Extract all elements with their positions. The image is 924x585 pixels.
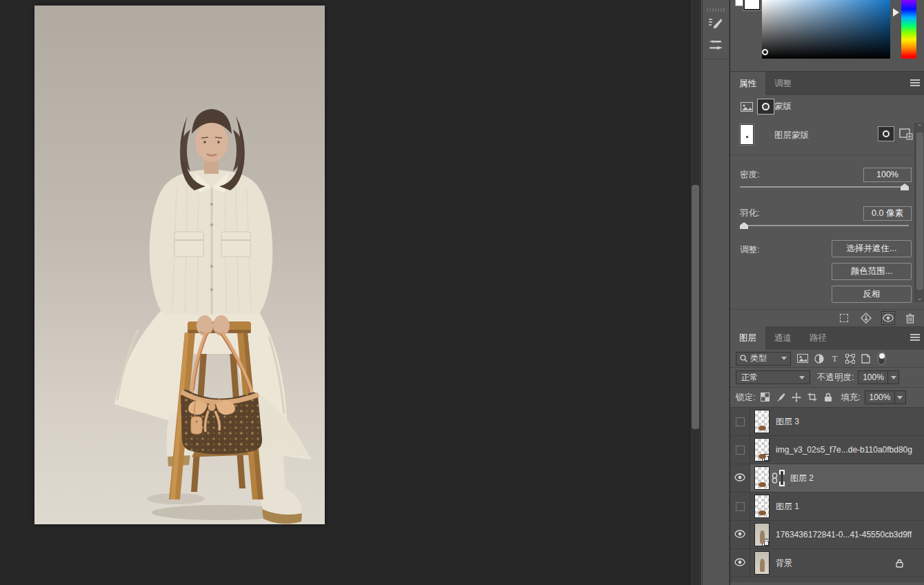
layer-list: 图层 3 img_v3_02s5_f7e...de-b110a0fbd80g — [730, 408, 924, 577]
scroll-down-icon[interactable]: ⌄ — [917, 295, 923, 301]
add-vector-mask-icon[interactable] — [898, 127, 914, 141]
layer-thumbnail[interactable] — [754, 466, 770, 490]
pixel-layer-icon[interactable] — [739, 100, 754, 114]
layer-thumbnail[interactable] — [754, 523, 770, 546]
layer-thumbnail[interactable] — [754, 495, 770, 518]
blend-mode-select[interactable]: 正常 — [736, 370, 810, 384]
tab-layers[interactable]: 图层 — [730, 326, 765, 350]
visibility-toggle[interactable] — [730, 464, 750, 492]
blend-mode-row: 正常 不透明度: 100% — [730, 368, 924, 388]
visibility-toggle[interactable] — [730, 521, 750, 548]
hue-strip[interactable] — [901, 0, 916, 59]
mask-link-icon[interactable] — [772, 473, 778, 484]
hue-slider-arrow[interactable] — [893, 8, 899, 17]
layer-name[interactable]: img_v3_02s5_f7e...de-b110a0fbd80g — [776, 445, 912, 455]
mask-mode-button[interactable] — [757, 99, 774, 115]
model-photo-illustration — [34, 6, 325, 524]
lock-transparent-pixels-icon[interactable] — [759, 393, 770, 402]
filter-smart-objects-icon[interactable] — [861, 354, 870, 364]
foreground-color-swatch[interactable] — [743, 0, 761, 10]
hidden-visibility-box — [736, 502, 745, 511]
layer-row[interactable]: 图层 2 — [730, 464, 924, 493]
properties-scrollbar[interactable]: ⌃ ⌄ — [914, 123, 924, 302]
layer-mask-thumbnail[interactable] — [740, 124, 754, 145]
density-slider-knob[interactable] — [901, 184, 909, 190]
density-slider[interactable] — [740, 184, 909, 190]
visibility-toggle[interactable] — [730, 493, 750, 520]
layer-thumbnail[interactable] — [754, 438, 770, 462]
mask-indicator-button[interactable] — [878, 126, 894, 141]
layer-row[interactable]: 图层 3 — [730, 408, 924, 436]
load-selection-icon[interactable] — [837, 311, 851, 325]
panel-menu-icon[interactable] — [910, 79, 920, 88]
mask-visibility-eye-icon[interactable] — [881, 311, 895, 325]
lock-label: 锁定: — [736, 392, 755, 404]
color-range-button[interactable]: 颜色范围... — [832, 263, 912, 280]
chevron-down-icon — [781, 357, 787, 360]
dock-grip[interactable] — [707, 8, 725, 12]
select-and-mask-button[interactable]: 选择并遮住... — [832, 240, 912, 257]
layer-name[interactable]: 图层 2 — [790, 473, 814, 484]
delete-mask-trash-icon[interactable] — [903, 311, 917, 325]
brushes-panel-icon[interactable] — [703, 35, 729, 56]
lock-artboard-icon[interactable] — [807, 393, 818, 402]
lock-image-pixels-icon[interactable] — [775, 393, 786, 402]
layer-name[interactable]: 图层 3 — [776, 416, 799, 428]
layer-thumbnail[interactable] — [754, 410, 770, 433]
mask-footer-bar — [730, 309, 924, 326]
opacity-dropdown-icon[interactable] — [888, 370, 899, 384]
feather-slider[interactable] — [740, 222, 909, 229]
fill-value[interactable]: 100% — [865, 390, 895, 404]
tab-properties[interactable]: 属性 — [730, 72, 765, 95]
brush-settings-panel-icon[interactable] — [703, 14, 729, 35]
visibility-toggle[interactable] — [730, 549, 750, 577]
canvas-pasteboard[interactable] — [0, 0, 690, 585]
search-icon — [740, 355, 747, 362]
document-image[interactable] — [34, 6, 325, 524]
layer-thumbnail[interactable] — [754, 551, 770, 575]
layer-mask-label: 图层蒙版 — [774, 130, 809, 141]
filter-adjustment-layers-icon[interactable] — [814, 354, 824, 364]
layer-name[interactable]: 背景 — [776, 557, 792, 569]
filter-toggle-switch[interactable] — [878, 352, 885, 365]
density-value[interactable]: 100% — [863, 168, 912, 182]
layer-name[interactable]: 1763436172841-0...41-45550cb3d9ff — [776, 530, 912, 539]
saturation-brightness-field[interactable] — [762, 0, 890, 59]
apply-mask-icon[interactable] — [859, 311, 873, 325]
layer-mask-thumbnail-selected[interactable] — [780, 470, 784, 486]
layer-row[interactable]: 图层 1 — [730, 493, 924, 521]
layer-row[interactable]: 1763436172841-0...41-45550cb3d9ff — [730, 521, 924, 549]
tab-channels[interactable]: 通道 — [765, 326, 801, 350]
properties-scrollbar-thumb[interactable] — [916, 132, 923, 290]
color-picker-ring[interactable] — [762, 49, 768, 55]
layer-row[interactable]: 背景 — [730, 549, 924, 577]
visibility-toggle[interactable] — [730, 436, 750, 464]
dock-divider — [703, 59, 729, 59]
fill-dropdown-icon[interactable] — [895, 390, 906, 404]
invert-button[interactable]: 反相 — [832, 286, 912, 303]
lock-position-icon[interactable] — [791, 393, 802, 402]
smart-object-badge-icon — [762, 454, 770, 462]
layer-name[interactable]: 图层 1 — [776, 501, 799, 513]
filter-text-layers-icon[interactable]: T — [830, 354, 839, 363]
fill-combo[interactable]: 100% — [865, 390, 906, 404]
scroll-up-icon[interactable]: ⌃ — [917, 124, 923, 130]
canvas-vertical-scrollbar[interactable] — [690, 0, 701, 585]
layer-row[interactable]: img_v3_02s5_f7e...de-b110a0fbd80g — [730, 436, 924, 464]
layers-panel-menu-icon[interactable] — [910, 334, 920, 342]
opacity-value[interactable]: 100% — [858, 370, 888, 384]
tab-adjustments[interactable]: 调整 — [765, 72, 801, 95]
filter-shape-layers-icon[interactable] — [845, 354, 855, 364]
layer-filter-row: 类型 T — [730, 350, 924, 368]
tab-paths[interactable]: 路径 — [801, 326, 836, 350]
lock-all-icon[interactable] — [823, 393, 834, 402]
feather-value[interactable]: 0.0 像素 — [863, 206, 912, 221]
filter-type-dropdown[interactable]: 类型 — [736, 352, 791, 366]
filter-pixel-layers-icon[interactable] — [797, 354, 808, 363]
scrollbar-thumb[interactable] — [692, 185, 699, 429]
divider — [730, 155, 924, 155]
feather-slider-knob[interactable] — [740, 222, 748, 229]
opacity-label: 不透明度: — [817, 372, 854, 384]
visibility-toggle[interactable] — [730, 408, 750, 435]
opacity-combo[interactable]: 100% — [858, 370, 899, 384]
